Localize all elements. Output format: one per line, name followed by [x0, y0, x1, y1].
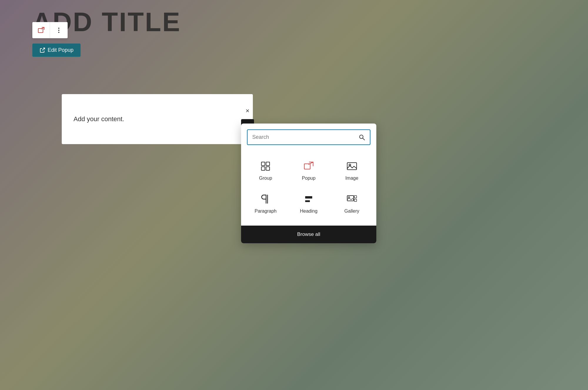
- svg-rect-9: [304, 164, 310, 169]
- close-button[interactable]: ×: [241, 104, 254, 117]
- svg-rect-7: [261, 167, 265, 170]
- heading-icon: [302, 193, 315, 206]
- content-block: Add your content.: [62, 94, 253, 144]
- group-label: Group: [259, 176, 272, 181]
- edit-popup-button[interactable]: Edit Popup: [32, 44, 81, 57]
- blocks-grid: Group Popup Image: [241, 148, 376, 226]
- inserter-search-area: [241, 124, 376, 148]
- popup-icon: [37, 26, 45, 34]
- content-placeholder: Add your content.: [74, 115, 124, 123]
- popup-block-icon: [302, 160, 315, 173]
- gallery-label: Gallery: [344, 209, 359, 214]
- image-label: Image: [345, 176, 358, 181]
- block-toolbar: [32, 22, 68, 38]
- search-icon: [359, 134, 365, 141]
- svg-rect-6: [266, 162, 270, 166]
- heading-label: Heading: [300, 209, 318, 214]
- edit-popup-label: Edit Popup: [48, 47, 74, 53]
- gallery-icon: [345, 193, 358, 206]
- block-item-group[interactable]: Group: [244, 154, 287, 187]
- block-item-gallery[interactable]: Gallery: [330, 187, 373, 220]
- popup-label: Popup: [302, 176, 315, 181]
- block-item-heading[interactable]: Heading: [287, 187, 330, 220]
- more-options-button[interactable]: [50, 22, 68, 38]
- svg-rect-12: [305, 196, 312, 199]
- image-icon: [345, 160, 358, 173]
- external-link-icon: [39, 47, 45, 53]
- paragraph-label: Paragraph: [255, 209, 277, 214]
- search-input[interactable]: [248, 130, 354, 144]
- svg-rect-10: [347, 163, 357, 170]
- svg-point-4: [360, 135, 363, 139]
- svg-point-3: [58, 32, 59, 33]
- svg-rect-0: [38, 29, 43, 33]
- svg-point-1: [58, 28, 59, 29]
- close-icon: ×: [246, 107, 250, 115]
- search-input-wrapper: [247, 129, 370, 145]
- svg-rect-5: [261, 162, 265, 166]
- block-item-paragraph[interactable]: Paragraph: [244, 187, 287, 220]
- svg-rect-13: [305, 200, 310, 202]
- svg-rect-14: [347, 196, 354, 201]
- svg-point-2: [58, 30, 59, 31]
- block-item-popup[interactable]: Popup: [287, 154, 330, 187]
- svg-rect-17: [354, 199, 357, 201]
- group-icon: [259, 160, 272, 173]
- more-options-icon: [56, 27, 62, 34]
- search-button[interactable]: [354, 131, 370, 144]
- browse-all-button[interactable]: Browse all: [241, 226, 376, 243]
- block-inserter-panel: Group Popup Image: [241, 124, 376, 243]
- browse-all-label: Browse all: [297, 231, 320, 237]
- paragraph-icon: [259, 193, 272, 206]
- block-item-image[interactable]: Image: [330, 154, 373, 187]
- svg-rect-16: [354, 196, 357, 198]
- popup-toolbar-button[interactable]: [32, 22, 50, 38]
- svg-rect-8: [266, 167, 270, 170]
